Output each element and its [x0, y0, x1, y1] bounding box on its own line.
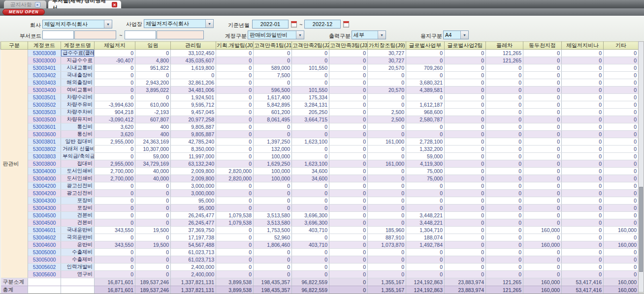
amount-cell[interactable]: 0: [604, 234, 639, 241]
account-name-cell[interactable]: 차량주차비: [61, 109, 95, 116]
amount-cell[interactable]: 0: [254, 249, 292, 256]
amount-cell[interactable]: 61,023,713: [171, 249, 216, 256]
amount-cell[interactable]: 0: [135, 94, 171, 101]
amount-cell[interactable]: 2,728,100: [406, 138, 445, 146]
amount-cell[interactable]: 0: [486, 146, 523, 153]
amount-cell[interactable]: 968,600: [406, 109, 445, 116]
amount-cell[interactable]: 0: [216, 146, 254, 153]
amount-cell[interactable]: 0: [406, 205, 445, 212]
amount-cell[interactable]: 30,727: [368, 50, 406, 57]
amount-cell[interactable]: 607,807: [135, 116, 171, 123]
tab-expense-report[interactable]: 부서별(세목) 경비명세서 ×: [48, 0, 121, 8]
amount-cell[interactable]: 0: [95, 249, 135, 256]
account-name-cell[interactable]: 광고선전비: [61, 190, 95, 197]
amount-cell[interactable]: 0: [216, 153, 254, 160]
amount-cell[interactable]: 0: [254, 182, 292, 190]
amount-cell[interactable]: 1,073,870: [368, 241, 406, 249]
amount-cell[interactable]: 0: [135, 256, 171, 264]
dept-from-name-field[interactable]: [74, 30, 116, 39]
amount-cell[interactable]: 596,500: [254, 87, 292, 94]
amount-cell[interactable]: 0: [368, 94, 406, 101]
amount-cell[interactable]: 0: [562, 168, 604, 175]
amount-cell[interactable]: 5,842,895: [254, 101, 292, 109]
account-code-cell[interactable]: 53004300: [28, 197, 61, 205]
amount-cell[interactable]: 343,550: [95, 227, 135, 234]
amount-cell[interactable]: 951,822: [135, 64, 171, 72]
amount-cell[interactable]: 1,619,800: [171, 64, 216, 72]
amount-cell[interactable]: 0: [562, 72, 604, 79]
amount-cell[interactable]: 0: [486, 168, 523, 175]
amount-cell[interactable]: 0: [523, 256, 562, 264]
amount-cell[interactable]: 2,500: [368, 109, 406, 116]
chevron-down-icon[interactable]: ▼: [296, 31, 304, 39]
amount-cell[interactable]: 205,250: [292, 109, 329, 116]
account-name-cell[interactable]: 운반비: [61, 241, 95, 249]
amount-cell[interactable]: 0: [562, 50, 604, 57]
amount-cell[interactable]: 0: [486, 138, 523, 146]
amount-cell[interactable]: 3,895,022: [135, 87, 171, 94]
amount-cell[interactable]: 0: [329, 57, 368, 64]
amount-cell[interactable]: 26,245,477: [171, 212, 216, 219]
account-name-cell[interactable]: 국내운반비: [61, 227, 95, 234]
amount-cell[interactable]: 0: [562, 212, 604, 219]
amount-cell[interactable]: 2,700,000: [95, 168, 135, 175]
amount-cell[interactable]: 0: [254, 131, 292, 138]
amount-cell[interactable]: 0: [216, 190, 254, 197]
amount-cell[interactable]: 3,696,300: [292, 219, 329, 227]
amount-cell[interactable]: 0: [95, 153, 135, 160]
amount-cell[interactable]: 2,820,000: [216, 175, 254, 182]
amount-cell[interactable]: 0: [135, 205, 171, 212]
amount-cell[interactable]: 0: [562, 123, 604, 131]
tab-notice[interactable]: 공지사항 ×: [4, 0, 46, 8]
chevron-down-icon[interactable]: ▼: [378, 31, 386, 39]
account-name-cell[interactable]: 도서인쇄비: [61, 168, 95, 175]
amount-cell[interactable]: 0: [368, 182, 406, 190]
amount-cell[interactable]: 0: [406, 94, 445, 101]
amount-cell[interactable]: 1,492,784: [406, 241, 445, 249]
account-code-cell[interactable]: 53004600: [28, 241, 61, 249]
amount-cell[interactable]: 904,218: [95, 109, 135, 116]
amount-cell[interactable]: 0: [486, 109, 523, 116]
amount-cell[interactable]: 0: [445, 116, 486, 123]
amount-cell[interactable]: 0: [406, 57, 445, 64]
amount-cell[interactable]: 0: [523, 249, 562, 256]
amount-cell[interactable]: 0: [95, 264, 135, 271]
account-name-cell[interactable]: 해외출장비: [61, 79, 95, 87]
amount-cell[interactable]: 0: [329, 234, 368, 241]
close-icon[interactable]: ×: [35, 2, 40, 7]
amount-cell[interactable]: 0: [292, 234, 329, 241]
account-name-cell[interactable]: 일반 접대비: [61, 138, 95, 146]
amount-cell[interactable]: 0: [445, 256, 486, 264]
amount-cell[interactable]: 0: [368, 219, 406, 227]
site-select[interactable]: 제일저지주식회사 ▼: [144, 19, 214, 28]
account-code-cell[interactable]: 53004601: [28, 227, 61, 234]
amount-cell[interactable]: 0: [329, 79, 368, 87]
amount-cell[interactable]: 0: [445, 175, 486, 182]
amount-cell[interactable]: 0: [604, 182, 639, 190]
amount-cell[interactable]: 0: [604, 131, 639, 138]
amount-cell[interactable]: 34,481,006: [171, 87, 216, 94]
amount-cell[interactable]: 0: [95, 256, 135, 264]
amount-cell[interactable]: 0: [445, 50, 486, 57]
amount-cell[interactable]: 0: [523, 264, 562, 271]
amount-cell[interactable]: 0: [604, 264, 639, 271]
amount-cell[interactable]: -3,090,412: [95, 116, 135, 123]
account-name-cell[interactable]: 시내교통비: [61, 64, 95, 72]
amount-cell[interactable]: 2,955,000: [95, 138, 135, 146]
account-name-cell[interactable]: 견본비: [61, 219, 95, 227]
account-name-cell[interactable]: 여비교통비: [61, 87, 95, 94]
amount-cell[interactable]: 3,664,715: [292, 116, 329, 123]
amount-cell[interactable]: 4,119,300: [406, 160, 445, 168]
amount-cell[interactable]: 0: [292, 264, 329, 271]
amount-cell[interactable]: 2,500: [368, 116, 406, 123]
amount-cell[interactable]: 0: [445, 227, 486, 234]
account-name-cell[interactable]: 지급수수료: [61, 57, 95, 64]
amount-cell[interactable]: 0: [445, 190, 486, 197]
amount-cell[interactable]: 0: [406, 264, 445, 271]
amount-cell[interactable]: 0: [95, 271, 135, 278]
amount-cell[interactable]: 0: [216, 101, 254, 109]
amount-cell[interactable]: 0: [486, 160, 523, 168]
amount-cell[interactable]: 0: [216, 256, 254, 264]
amount-cell[interactable]: 1,332,200: [406, 146, 445, 153]
account-code-cell[interactable]: 53003802: [28, 146, 61, 153]
